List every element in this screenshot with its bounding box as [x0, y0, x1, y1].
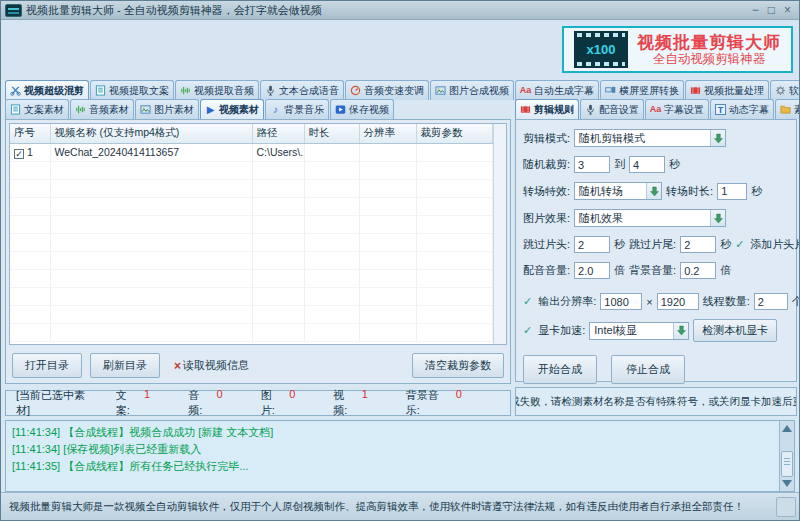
row-checkbox[interactable]: ✓	[14, 149, 24, 159]
tab-text-material[interactable]: 文案素材	[5, 99, 69, 119]
resize-grip[interactable]	[776, 497, 796, 517]
transition-select[interactable]: 随机转场	[574, 182, 662, 200]
tab-label: 视频提取文案	[109, 84, 169, 98]
detect-gpu-button[interactable]: 检测本机显卡	[693, 319, 777, 342]
bgm-volume-label: 背景音量:	[629, 263, 676, 278]
tab-label: 音频变速变调	[364, 84, 424, 98]
maximize-button[interactable]: □	[768, 4, 775, 16]
tab-label: 文本合成语音	[279, 84, 339, 98]
tab-extract-audio[interactable]: 视频提取音频	[175, 80, 259, 100]
crop-to-input[interactable]	[629, 156, 665, 173]
col-name[interactable]: 视频名称 (仅支持mp4格式)	[50, 124, 252, 143]
gpu-accel-checkbox[interactable]: 显卡加速:	[538, 323, 585, 338]
empty-row	[10, 179, 493, 197]
col-path[interactable]: 路径	[252, 124, 304, 143]
app-logo: x100 视频批量剪辑大师 全自动视频剪辑神器	[562, 26, 793, 73]
chevron-down-icon	[710, 130, 725, 146]
image-fx-label: 图片效果:	[523, 211, 570, 226]
material-tab-bar: 文案素材 音频素材 图片素材 ▶ 视频素材 ♪ 背景音乐 保存视频	[5, 100, 511, 119]
bgm-volume-input[interactable]	[680, 262, 716, 279]
count-audio: 音频: 0	[188, 388, 223, 418]
refresh-directory-button[interactable]: 刷新目录	[90, 353, 160, 378]
tab-save-video[interactable]: 保存视频	[330, 99, 394, 119]
clip-rules-form: 剪辑模式: 随机剪辑模式 随机裁剪: 到 秒 转场特效: 随机转场 转场时长: …	[515, 119, 797, 382]
times-unit: 倍	[614, 263, 625, 278]
tab-settings[interactable]: 软件参数设置	[770, 80, 800, 100]
statusbar: 视频批量剪辑大师是一款视频全自动剪辑软件，仅用于个人原创视频制作、提高剪辑效率，…	[1, 492, 799, 520]
tab-label: 图片合成视频	[449, 84, 509, 98]
tab-image-material[interactable]: 图片素材	[135, 99, 199, 119]
tab-audio-material[interactable]: 音频素材	[70, 99, 134, 119]
tab-auto-subtitle[interactable]: Aa 自动生成字幕	[515, 80, 599, 100]
tab-dynamic-subtitle[interactable]: T 动态字幕	[710, 99, 774, 119]
col-duration[interactable]: 时长	[304, 124, 359, 143]
tab-clip-rules[interactable]: 剪辑规则	[515, 99, 579, 119]
log-line: [11:41:34] [保存视频]列表已经重新载入	[12, 441, 774, 458]
stop-synthesis-button[interactable]: 停止合成	[611, 355, 685, 384]
tab-image-to-video[interactable]: 图片合成视频	[430, 80, 514, 100]
document-icon	[95, 85, 106, 96]
tab-screen-rotate[interactable]: 横屏竖屏转换	[600, 80, 684, 100]
synthesis-status-message: 合成失败，请检测素材名称是否有特殊符号，或关闭显卡加速后重试	[515, 387, 797, 416]
add-intro-outro-checkbox[interactable]: 添加片头片尾	[750, 237, 800, 252]
table-scrollbar[interactable]	[493, 124, 506, 344]
skip-tail-label: 跳过片尾:	[629, 237, 676, 252]
rules-panel: 剪辑规则 配音设置 Aa 字幕设置 T 动态字幕 素材目录 剪辑模式: 随机剪辑…	[515, 100, 797, 416]
scroll-up-icon[interactable]	[782, 425, 792, 432]
col-index[interactable]: 序号	[10, 124, 50, 143]
scroll-down-icon[interactable]	[782, 480, 792, 487]
tab-label: 视频批量处理	[704, 84, 764, 98]
minimize-button[interactable]: −	[752, 4, 759, 16]
start-synthesis-button[interactable]: 开始合成	[523, 355, 597, 384]
clear-crop-params-button[interactable]: 清空裁剪参数	[412, 353, 504, 378]
check-icon: ✓	[523, 295, 532, 308]
resolution-width-input[interactable]	[600, 293, 642, 310]
log-scrollbar[interactable]	[779, 421, 794, 491]
threads-input[interactable]	[754, 293, 788, 310]
tab-background-music[interactable]: ♪ 背景音乐	[265, 99, 329, 119]
film-badge-icon: x100	[574, 31, 628, 68]
voice-volume-input[interactable]	[574, 262, 610, 279]
resolution-height-input[interactable]	[657, 293, 699, 310]
image-icon	[140, 104, 151, 115]
gpu-select[interactable]: Intel核显	[589, 322, 689, 340]
table-row[interactable]: ✓1 WeChat_20240414113657 C:\Users\...	[10, 143, 493, 161]
tab-text-to-speech[interactable]: 文本合成语音	[260, 80, 344, 100]
output-resolution-checkbox[interactable]: 输出分辨率:	[538, 294, 596, 309]
transition-time-input[interactable]	[717, 183, 747, 200]
log-console[interactable]: [11:41:34] 【合成线程】视频合成成功 [新建 文本文档] [11:41…	[5, 420, 795, 492]
tab-video-material[interactable]: ▶ 视频素材	[200, 99, 264, 119]
clip-mode-label: 剪辑模式:	[523, 131, 570, 146]
folder-icon	[780, 104, 791, 115]
skip-head-input[interactable]	[574, 236, 610, 253]
tab-video-super-mix[interactable]: 视频超级混剪	[5, 80, 89, 100]
tab-label: 软件参数设置	[789, 84, 800, 98]
image-fx-select[interactable]: 随机效果	[574, 209, 726, 227]
chevron-down-icon	[673, 323, 688, 339]
count-image-value: 0	[289, 388, 295, 418]
tab-label: 配音设置	[599, 103, 639, 117]
close-button[interactable]: ×	[784, 4, 791, 16]
crop-from-input[interactable]	[574, 156, 610, 173]
play-icon: ▶	[205, 104, 216, 115]
tab-subtitle-settings[interactable]: Aa 字幕设置	[645, 99, 709, 119]
clip-mode-select[interactable]: 随机剪辑模式	[574, 129, 726, 147]
tab-extract-text[interactable]: 视频提取文案	[90, 80, 174, 100]
scroll-thumb[interactable]	[781, 451, 793, 477]
row-duration	[304, 143, 359, 161]
screen-rotate-icon	[605, 85, 616, 96]
col-resolution[interactable]: 分辨率	[359, 124, 416, 143]
tab-audio-speed-pitch[interactable]: 音频变速变调	[345, 80, 429, 100]
tab-voice-settings[interactable]: 配音设置	[580, 99, 644, 119]
skip-tail-input[interactable]	[680, 236, 716, 253]
to-label: 到	[614, 157, 625, 172]
row-name: WeChat_20240414113657	[50, 143, 252, 161]
tab-material-directory[interactable]: 素材目录	[775, 99, 800, 119]
list-actions: 打开目录 刷新目录 × 读取视频信息 清空裁剪参数	[12, 353, 504, 378]
read-video-info-checkbox[interactable]: × 读取视频信息	[174, 358, 249, 373]
row-crop	[416, 143, 493, 161]
col-crop[interactable]: 裁剪参数	[416, 124, 493, 143]
tab-batch-process[interactable]: 视频批量处理	[685, 80, 769, 100]
tab-label: 音频素材	[89, 103, 129, 117]
open-directory-button[interactable]: 打开目录	[12, 353, 82, 378]
